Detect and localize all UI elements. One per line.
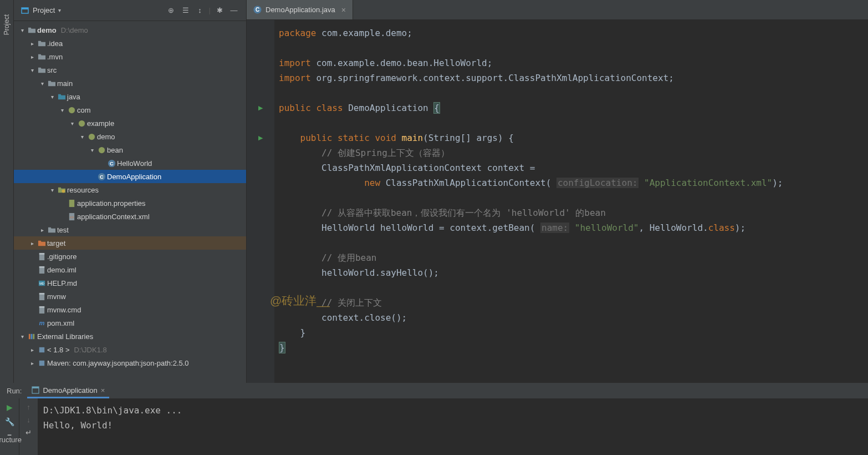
code-line[interactable] (279, 115, 868, 130)
tree-item---1-8--[interactable]: < 1.8 >D:\JDK1.8 (14, 343, 246, 356)
tree-item-application-properties[interactable]: application.properties (14, 196, 246, 210)
tree-item-mvnw-cmd[interactable]: mvnw.cmd (14, 303, 246, 316)
run-config-tab[interactable]: DemoApplication × (27, 384, 109, 398)
tree-item-applicationcontext-xml[interactable]: <>applicationContext.xml (14, 210, 246, 223)
code-line[interactable] (279, 190, 868, 205)
tree-item-com[interactable]: com (14, 103, 246, 117)
expand-all-icon[interactable]: ☰ (180, 6, 191, 14)
tree-arrow-icon[interactable] (28, 67, 36, 73)
code-line[interactable]: package com.example.demo; (279, 26, 868, 41)
debug-config-icon[interactable]: 🔧 (5, 417, 14, 426)
code-line[interactable]: public class DemoApplication { (279, 100, 868, 115)
tree-arrow-icon[interactable] (48, 187, 56, 193)
tree-arrow-icon[interactable] (28, 240, 36, 246)
tree-item--idea[interactable]: .idea (14, 37, 246, 50)
code-line[interactable]: context.close(); (279, 310, 868, 325)
tree-item-resources[interactable]: resources (14, 183, 246, 196)
close-icon[interactable]: × (101, 386, 105, 395)
file-icon (36, 292, 47, 301)
props-icon (66, 199, 77, 208)
code-line[interactable] (279, 235, 868, 250)
code-line[interactable] (279, 41, 868, 55)
code-line[interactable]: import org.springframework.context.suppo… (279, 70, 868, 85)
tree-arrow-icon[interactable] (38, 227, 46, 233)
tree-item-demoapplication[interactable]: CDemoApplication (14, 170, 246, 183)
code-line[interactable]: // 关闭上下文 (279, 295, 868, 310)
code-line[interactable]: new ClassPathXmlApplicationContext( conf… (279, 175, 868, 190)
code-line[interactable]: } (279, 340, 868, 355)
tree-item-src[interactable]: src (14, 63, 246, 77)
svg-text:C: C (256, 7, 259, 13)
tree-item-help-md[interactable]: MDHELP.md (14, 276, 246, 290)
code-line[interactable] (279, 280, 868, 295)
code-line[interactable]: public static void main(String[] args) { (279, 130, 868, 145)
package-icon (86, 133, 97, 141)
hide-icon[interactable]: — (228, 6, 239, 14)
tree-arrow-icon[interactable] (28, 347, 36, 353)
code-line[interactable]: import com.example.demo.bean.HelloWorld; (279, 55, 868, 70)
run-gutter-icon[interactable]: ▶ (258, 104, 263, 112)
tree-arrow-icon[interactable] (58, 107, 66, 113)
package-icon (66, 106, 77, 114)
structure-tool-button[interactable]: Structure (0, 436, 22, 444)
folder-icon (36, 39, 47, 48)
console-output[interactable]: D:\JDK1.8\bin\java.exe ...Hello, World! (38, 398, 868, 455)
tree-item-label: applicationContext.xml (77, 213, 150, 221)
tree-arrow-icon[interactable] (88, 147, 96, 153)
code-line[interactable]: helloWorld.sayHello(); (279, 265, 868, 280)
tree-item-maven--com-jayway-jsonpath-json-path-2-5-0[interactable]: Maven: com.jayway.jsonpath:json-path:2.5… (14, 356, 246, 370)
tree-item-pom-xml[interactable]: mpom.xml (14, 316, 246, 330)
soft-wrap-icon[interactable]: ↵ (25, 428, 32, 437)
tree-item-demo[interactable]: demo (14, 130, 246, 143)
code-line[interactable]: // 创建Spring上下文（容器） (279, 145, 868, 160)
editor-gutter[interactable]: ▶▶ (247, 20, 274, 383)
project-tool-button[interactable]: Project (2, 10, 12, 39)
tree-item-example[interactable]: example (14, 117, 246, 130)
down-icon[interactable]: ↓ (27, 416, 30, 424)
dropdown-icon[interactable]: ▾ (58, 7, 61, 13)
tree-item-mvnw[interactable]: mvnw (14, 290, 246, 303)
code-line[interactable]: ClassPathXmlApplicationContext context = (279, 160, 868, 175)
tree-item-label: .idea (47, 39, 63, 48)
tree-item-java[interactable]: java (14, 90, 246, 103)
tree-item-label: example (87, 119, 114, 128)
tree-arrow-icon[interactable] (28, 54, 36, 60)
up-icon[interactable]: ↑ (27, 403, 30, 411)
select-opened-file-icon[interactable]: ⊕ (166, 6, 177, 14)
tree-item--gitignore[interactable]: .gitignore (14, 250, 246, 263)
tree-item-demo-iml[interactable]: demo.iml (14, 263, 246, 276)
project-tree[interactable]: demoD:\demo.idea.mvnsrcmainjavacomexampl… (14, 21, 246, 383)
tree-item-test[interactable]: test (14, 223, 246, 236)
tree-arrow-icon[interactable] (28, 41, 36, 47)
tree-item-target[interactable]: target (14, 236, 246, 250)
code-line[interactable]: } (279, 325, 868, 340)
run-gutter-icon[interactable]: ▶ (258, 134, 263, 141)
tree-item-helloworld[interactable]: CHelloWorld (14, 156, 246, 170)
close-icon[interactable]: × (341, 6, 346, 14)
tree-item-demo[interactable]: demoD:\demo (14, 23, 246, 37)
code-editor[interactable]: @砖业洋__ package com.example.demo; import … (274, 20, 868, 383)
code-line[interactable]: // 从容器中获取bean，假设我们有一个名为 'helloWorld' 的be… (279, 205, 868, 220)
code-line[interactable]: // 使用bean (279, 250, 868, 265)
tree-item-external-libraries[interactable]: External Libraries (14, 330, 246, 343)
svg-rect-23 (39, 306, 44, 307)
rerun-icon[interactable]: ▶ (7, 403, 13, 412)
tree-item-bean[interactable]: bean (14, 143, 246, 156)
tree-item-main[interactable]: main (14, 77, 246, 90)
tree-arrow-icon[interactable] (18, 27, 26, 33)
svg-point-10 (62, 189, 65, 193)
collapse-all-icon[interactable]: ↕ (195, 6, 206, 14)
tree-item--mvn[interactable]: .mvn (14, 50, 246, 63)
svg-rect-29 (39, 360, 44, 365)
code-line[interactable]: HelloWorld helloWorld = context.getBean(… (279, 220, 868, 235)
editor-tab[interactable]: C DemoApplication.java × (247, 0, 353, 19)
tree-arrow-icon[interactable] (28, 360, 36, 366)
tree-arrow-icon[interactable] (78, 134, 86, 140)
tree-arrow-icon[interactable] (48, 94, 56, 100)
tree-arrow-icon[interactable] (18, 333, 26, 340)
code-line[interactable] (279, 85, 868, 100)
settings-icon[interactable]: ✱ (214, 6, 225, 14)
tree-arrow-icon[interactable] (38, 80, 46, 87)
tree-arrow-icon[interactable] (68, 120, 76, 127)
project-tool-icon (21, 6, 29, 15)
